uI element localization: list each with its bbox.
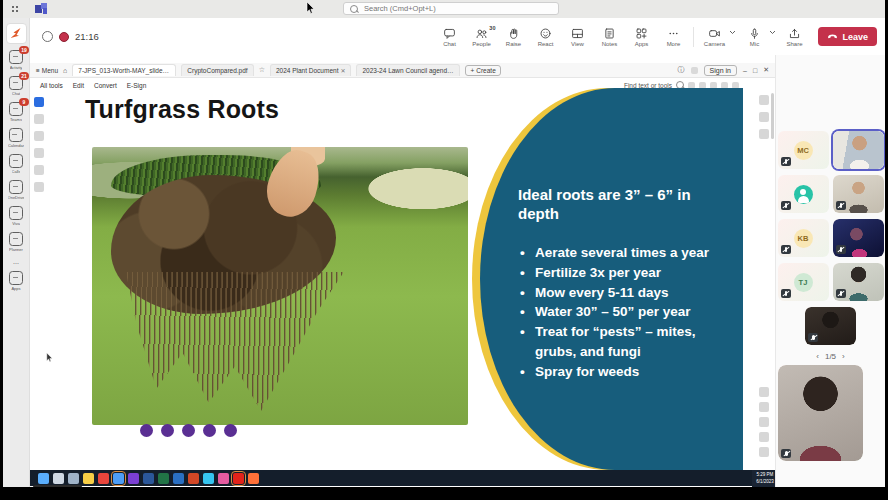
close-tab-icon[interactable]: ✕ (340, 68, 345, 74)
search-field[interactable] (362, 3, 552, 14)
sidebar-item-chat[interactable]: 21 Chat (9, 76, 23, 96)
create-button[interactable]: +Create (465, 65, 500, 76)
participant-tile-large[interactable] (778, 365, 863, 461)
leave-button[interactable]: Leave (818, 27, 877, 46)
sign-in-button[interactable]: Sign in (704, 65, 737, 76)
react-button[interactable]: React (533, 27, 557, 47)
edit-button[interactable]: Edit (73, 82, 84, 89)
minimize-icon[interactable]: – (743, 67, 747, 74)
participant-tile[interactable] (833, 263, 884, 301)
participant-tile[interactable] (833, 219, 884, 257)
teams-icon[interactable] (113, 473, 124, 484)
bullet-item: Aerate several times a year (520, 243, 730, 263)
select-tool-icon[interactable] (759, 387, 769, 397)
start-icon[interactable] (38, 473, 49, 484)
sidebar-item-calendar[interactable]: Calendar (8, 128, 24, 148)
teams-badge: 9 (19, 98, 29, 106)
hand-tool-icon[interactable] (759, 402, 769, 412)
slide-dot (224, 424, 237, 437)
view-button[interactable]: View (565, 27, 589, 47)
maximize-icon[interactable]: □ (753, 67, 757, 74)
camera-button[interactable]: Camera (702, 27, 726, 47)
powerpoint-icon[interactable] (188, 473, 199, 484)
search-input[interactable] (343, 2, 559, 15)
participant-tile-active-speaker[interactable] (833, 131, 884, 169)
explorer-icon[interactable] (83, 473, 94, 484)
chat-button[interactable]: Chat (437, 27, 461, 47)
participant-tile-kb[interactable]: KB (778, 219, 829, 257)
acrobat-icon[interactable] (233, 473, 244, 484)
participant-tile-tj[interactable]: TJ (778, 263, 829, 301)
participant-tile-avatar[interactable] (778, 175, 829, 213)
mic-chevron-icon[interactable] (769, 30, 776, 43)
raise-hand-button[interactable]: Raise (501, 27, 525, 47)
annotate-icon[interactable] (34, 131, 44, 141)
onedrive-icon (9, 180, 23, 194)
apps-button[interactable]: Apps (629, 27, 653, 47)
fit-page-icon[interactable] (759, 447, 769, 457)
excel-icon[interactable] (158, 473, 169, 484)
firefox-icon[interactable] (248, 473, 259, 484)
scrollbar-thumb[interactable] (771, 93, 774, 139)
acrobat-menu-button[interactable]: ≡Menu (36, 67, 58, 74)
outlook-icon[interactable] (173, 473, 184, 484)
sidebar-item-more[interactable]: ... (13, 258, 19, 265)
sidebar-item-onedrive[interactable]: OneDrive (8, 180, 25, 200)
org-logo[interactable] (6, 23, 27, 44)
stamp-icon[interactable] (34, 165, 44, 175)
notifications-icon[interactable] (691, 67, 698, 74)
pager-next-icon[interactable]: › (842, 352, 845, 361)
participant-tile[interactable] (805, 307, 856, 345)
all-tools-button[interactable]: All tools (40, 82, 63, 89)
bullet-item: Water 30” – 50” per year (520, 302, 730, 322)
refresh-icon[interactable] (759, 95, 769, 105)
participant-tile-mc[interactable]: MC (778, 131, 829, 169)
mic-button[interactable]: Mic (742, 27, 766, 47)
app-rail: 19 Activity 21 Chat 9 Teams Calendar Cal… (3, 18, 30, 487)
convert-button[interactable]: Convert (94, 82, 117, 89)
photos-icon[interactable] (218, 473, 229, 484)
comment-icon[interactable] (759, 112, 769, 122)
page-thumbnails-icon[interactable] (34, 97, 44, 107)
sidebar-item-calls[interactable]: Calls (9, 154, 23, 174)
taskbar-icons (38, 473, 259, 484)
esign-button[interactable]: E-Sign (127, 82, 147, 89)
highlight-icon[interactable] (34, 148, 44, 158)
task-view-icon[interactable] (68, 473, 79, 484)
sidebar-item-viva[interactable]: Viva (9, 206, 23, 226)
edge-icon[interactable] (203, 473, 214, 484)
camera-chevron-icon[interactable] (729, 30, 736, 43)
measure-icon[interactable] (34, 182, 44, 192)
pager-prev-icon[interactable]: ‹ (816, 352, 819, 361)
zoom-out-icon[interactable] (759, 417, 769, 427)
waffle-menu-icon[interactable] (11, 5, 20, 14)
panel-heading: Ideal roots are 3” – 6” in depth (518, 185, 730, 223)
plus-icon: + (470, 67, 474, 74)
bookmarks-panel-icon[interactable] (34, 114, 44, 124)
people-button[interactable]: 30 People (469, 27, 493, 47)
sidebar-item-planner[interactable]: Planner (9, 232, 23, 252)
close-icon[interactable]: ✕ (763, 66, 769, 74)
hanging-roots (126, 272, 344, 411)
star-icon[interactable]: ☆ (259, 66, 265, 74)
file-tab[interactable]: 7-JPS_013-Worth-MAY_slides.pdf (72, 64, 176, 76)
home-icon[interactable]: ⌂ (63, 67, 67, 74)
onenote-icon[interactable] (128, 473, 139, 484)
share-button[interactable]: Share (782, 27, 806, 47)
zoom-in-icon[interactable] (759, 432, 769, 442)
sidebar-item-teams[interactable]: 9 Teams (9, 102, 23, 122)
sidebar-item-activity[interactable]: 19 Activity (9, 50, 23, 70)
info-icon[interactable]: ⓘ (678, 65, 685, 75)
sidebar-item-apps[interactable]: Apps (9, 271, 23, 291)
notes-button[interactable]: Notes (597, 27, 621, 47)
participant-tile[interactable] (833, 175, 884, 213)
more-button[interactable]: More (661, 27, 685, 47)
chrome-icon[interactable] (98, 473, 109, 484)
word-icon[interactable] (143, 473, 154, 484)
file-tab[interactable]: CryptoCompared.pdf (181, 64, 253, 76)
attachments-icon[interactable] (759, 129, 769, 139)
teams-logo-icon (35, 3, 47, 15)
file-tab[interactable]: 2024 Plant Document✕ (270, 64, 352, 76)
search-icon[interactable] (53, 473, 64, 484)
file-tab[interactable]: 2023-24 Lawn Council agenda.pdf (356, 64, 460, 76)
